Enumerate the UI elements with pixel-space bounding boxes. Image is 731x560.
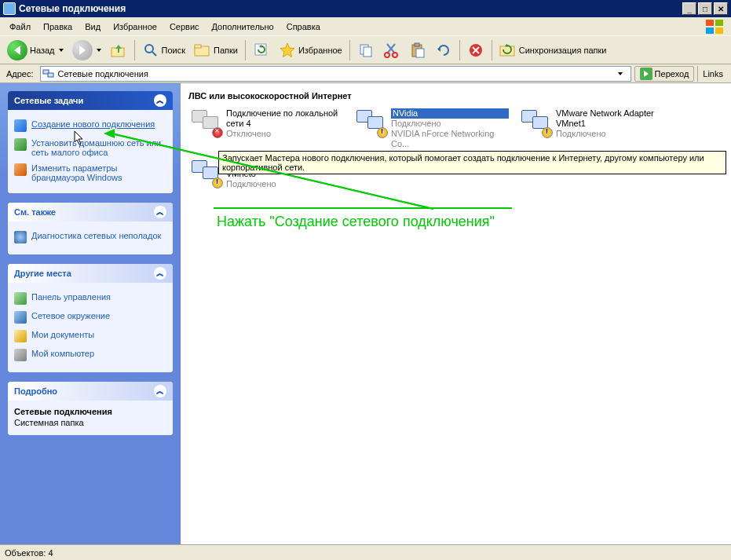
search-label: Поиск bbox=[162, 46, 185, 55]
menu-edit[interactable]: Правка bbox=[37, 20, 79, 33]
menu-view[interactable]: Вид bbox=[79, 20, 107, 33]
search-icon bbox=[142, 42, 159, 59]
panel-header[interactable]: Сетевые задачи ︽ bbox=[8, 91, 173, 110]
maximize-button[interactable]: □ bbox=[698, 2, 712, 15]
connection-device: NVIDIA nForce Networking Co... bbox=[391, 129, 509, 149]
main-area: Сетевые задачи ︽ Создание нового подключ… bbox=[0, 83, 731, 544]
menu-extra[interactable]: Дополнительно bbox=[206, 20, 280, 33]
menu-file[interactable]: Файл bbox=[3, 20, 37, 33]
panel-title: См. также bbox=[14, 207, 56, 217]
panel-network-tasks: Сетевые задачи ︽ Создание нового подключ… bbox=[8, 91, 173, 193]
titlebar: Сетевые подключения _ □ ✕ bbox=[0, 0, 731, 17]
go-icon bbox=[640, 68, 652, 80]
svg-line-6 bbox=[152, 52, 156, 56]
task-setup-network[interactable]: Установить домашнюю сеть или сеть малого… bbox=[14, 135, 166, 160]
refresh-button[interactable] bbox=[249, 38, 274, 62]
place-my-documents[interactable]: Мои документы bbox=[14, 327, 166, 346]
address-label: Адрес: bbox=[3, 69, 37, 79]
annotation-arrow bbox=[104, 129, 115, 138]
panel-header[interactable]: См. также ︽ bbox=[8, 203, 173, 221]
minimize-button[interactable]: _ bbox=[682, 2, 696, 15]
svg-rect-2 bbox=[706, 27, 714, 34]
folders-button[interactable]: Папки bbox=[190, 38, 242, 62]
sync-label: Синхронизация папки bbox=[519, 46, 607, 55]
delete-icon bbox=[467, 42, 484, 59]
connection-name: VMware Network Adapter VMnet1 bbox=[556, 108, 674, 129]
favorites-button[interactable]: Избранное bbox=[275, 38, 346, 62]
addressbar: Адрес: Сетевые подключения Переход Links bbox=[0, 64, 731, 83]
address-dropdown[interactable] bbox=[616, 72, 629, 75]
network-connections-icon bbox=[42, 68, 55, 80]
paste-button[interactable] bbox=[405, 38, 430, 62]
network-connection-icon bbox=[190, 108, 221, 137]
computer-icon bbox=[14, 349, 27, 361]
search-button[interactable]: Поиск bbox=[138, 38, 189, 62]
annotation-underline bbox=[214, 207, 512, 209]
panel-header[interactable]: Другие места ︽ bbox=[8, 264, 173, 283]
chevron-up-icon: ︽ bbox=[154, 94, 166, 107]
sync-button[interactable]: Синхронизация папки bbox=[495, 38, 611, 62]
task-firewall[interactable]: Изменить параметры брандмауэра Windows bbox=[14, 160, 166, 185]
star-icon bbox=[279, 42, 296, 59]
info-icon bbox=[14, 231, 27, 243]
svg-point-15 bbox=[393, 53, 397, 57]
menu-favorites[interactable]: Избранное bbox=[107, 20, 163, 33]
cut-button[interactable] bbox=[379, 38, 404, 62]
control-panel-icon bbox=[14, 292, 27, 305]
windows-logo-icon bbox=[703, 19, 728, 35]
svg-point-5 bbox=[145, 45, 153, 53]
delete-button[interactable] bbox=[463, 38, 488, 62]
address-input[interactable]: Сетевые подключения bbox=[40, 66, 631, 82]
details-type: Системная папка bbox=[14, 418, 166, 427]
links-label[interactable]: Links bbox=[697, 66, 728, 82]
paste-icon bbox=[409, 42, 426, 59]
network-setup-icon bbox=[14, 138, 27, 151]
up-button[interactable] bbox=[106, 38, 131, 62]
go-label: Переход bbox=[655, 69, 689, 79]
menu-help[interactable]: Справка bbox=[280, 20, 327, 33]
panel-header[interactable]: Подробно ︽ bbox=[8, 382, 173, 401]
place-my-computer[interactable]: Мой компьютер bbox=[14, 346, 166, 364]
menubar: Файл Правка Вид Избранное Сервис Дополни… bbox=[0, 17, 731, 36]
tooltip: Запускает Мастера нового подключения, ко… bbox=[218, 151, 726, 174]
close-button[interactable]: ✕ bbox=[714, 2, 728, 15]
sidebar: Сетевые задачи ︽ Создание нового подключ… bbox=[0, 83, 181, 544]
svg-rect-11 bbox=[364, 47, 371, 57]
forward-button[interactable] bbox=[68, 38, 105, 62]
place-network-neighborhood[interactable]: Сетевое окружение bbox=[14, 308, 166, 327]
connection-item[interactable]: Подключение по локальной сети 4Отключено bbox=[188, 107, 345, 151]
back-button[interactable]: Назад bbox=[3, 38, 68, 62]
task-new-connection[interactable]: Создание нового подключения bbox=[14, 116, 166, 135]
copy-button[interactable] bbox=[353, 38, 378, 62]
folders-icon bbox=[194, 42, 211, 59]
folder-icon bbox=[14, 330, 27, 342]
place-control-panel[interactable]: Панель управления bbox=[14, 289, 166, 308]
content-area: ЛВС или высокоскоростной Интернет Подклю… bbox=[181, 83, 731, 544]
connection-labels: VMware Network Adapter VMnet1Подключено bbox=[556, 108, 674, 149]
wizard-icon bbox=[14, 119, 27, 132]
connection-item[interactable]: NVidiaПодключеноNVIDIA nForce Networking… bbox=[353, 107, 510, 151]
connection-status: Подключено bbox=[556, 129, 674, 139]
address-value: Сетевые подключения bbox=[58, 69, 613, 79]
undo-button[interactable] bbox=[431, 38, 456, 62]
seealso-diagnostics[interactable]: Диагностика сетевых неполадок bbox=[14, 228, 166, 247]
panel-title: Сетевые задачи bbox=[14, 96, 83, 105]
undo-icon bbox=[435, 42, 452, 59]
folder-up-icon bbox=[110, 42, 127, 59]
network-connection-icon bbox=[355, 108, 386, 137]
connection-list: Подключение по локальной сети 4Отключено… bbox=[188, 107, 723, 191]
menu-tools[interactable]: Сервис bbox=[163, 20, 206, 33]
panel-other-places: Другие места ︽ Панель управления Сетевое… bbox=[8, 264, 173, 372]
app-icon bbox=[3, 2, 16, 15]
network-connection-icon bbox=[190, 159, 221, 187]
copy-icon bbox=[357, 42, 375, 59]
connection-item[interactable]: VMware Network Adapter VMnet1Подключено bbox=[518, 107, 675, 151]
connection-name: NVidia bbox=[391, 108, 509, 119]
connection-labels: Подключение по локальной сети 4Отключено bbox=[226, 108, 344, 149]
chevron-up-icon: ︽ bbox=[154, 385, 166, 397]
window-title: Сетевые подключения bbox=[19, 3, 681, 14]
go-button[interactable]: Переход bbox=[634, 66, 695, 82]
connection-status: Отключено bbox=[226, 129, 344, 139]
panel-title: Другие места bbox=[14, 269, 71, 278]
favorites-label: Избранное bbox=[298, 46, 342, 55]
